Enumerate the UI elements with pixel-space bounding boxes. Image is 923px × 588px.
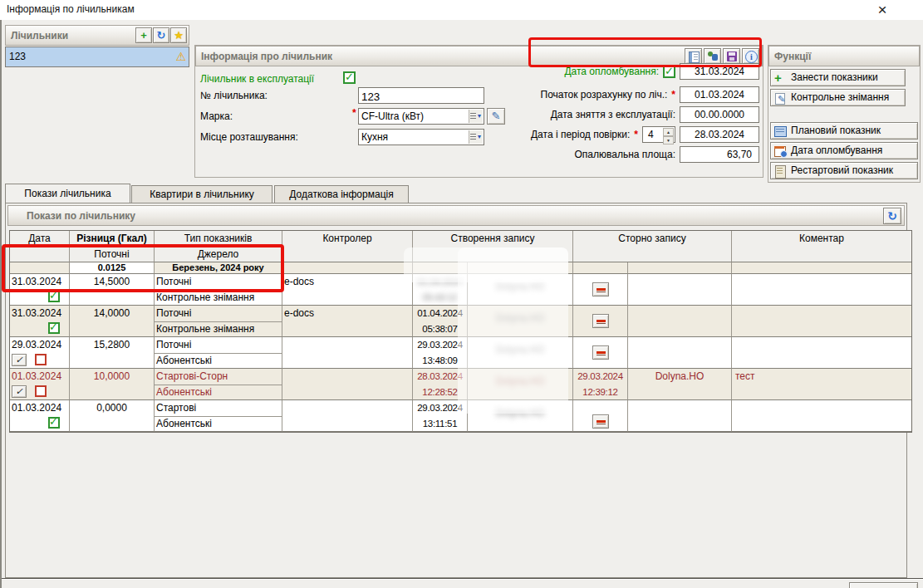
cell-type: СтартовіАбонентські: [155, 400, 282, 432]
storno-user: Dolyna.HO: [628, 369, 731, 385]
cell-comment: [732, 306, 911, 337]
stepper-down-icon[interactable]: ▼: [663, 136, 674, 145]
seal-date-label: Дата опломбування:: [564, 66, 659, 77]
planned-reading-button[interactable]: Плановий показник: [770, 122, 918, 140]
confirmed-checkbox[interactable]: [48, 322, 60, 334]
confirm-reading-button[interactable]: ✓: [12, 354, 27, 366]
unconfirmed-checkbox[interactable]: [35, 354, 47, 365]
refresh-meters-button[interactable]: ↻: [153, 27, 169, 43]
confirmed-checkbox[interactable]: [48, 417, 60, 429]
in-service-label: Лічильник в експлуатації: [200, 73, 314, 85]
cell-controller: [282, 369, 413, 400]
reading-source: Абонентські: [155, 416, 282, 432]
cell-storno-user: [628, 400, 732, 432]
cell-controller: [282, 337, 413, 369]
removal-date-row: Дата зняття з експлуатації: 00.00.0000: [478, 106, 759, 123]
heated-area-input[interactable]: 63,70: [680, 146, 759, 163]
favorites-button[interactable]: ★: [170, 27, 187, 43]
cell-storno-datetime: [573, 337, 628, 369]
restart-reading-button[interactable]: Рестартовий показник: [770, 162, 918, 179]
storno-time: 12:39:12: [573, 385, 627, 400]
cell-comment: [732, 337, 911, 369]
col-header-date[interactable]: Дата: [10, 231, 70, 262]
clock-icon: [780, 150, 788, 158]
cell-date[interactable]: 01.03.2024: [10, 400, 70, 432]
col-header-comment[interactable]: Коментар: [732, 231, 911, 262]
storno-button[interactable]: [592, 314, 609, 328]
seal-date-icon: [774, 145, 787, 157]
warning-icon: ⚠: [175, 47, 186, 66]
dialog-body: Лічильники + ↻ ★ 123 ⚠ Інформація про лі…: [0, 20, 923, 588]
calc-start-required-marker: *: [671, 89, 675, 100]
confirmed-checkbox[interactable]: [48, 291, 60, 302]
seal-date-checkbox[interactable]: [663, 66, 675, 78]
tab-3[interactable]: Додаткова інформація: [274, 185, 409, 203]
storno-button[interactable]: [592, 282, 609, 296]
refresh-readings-button[interactable]: ↻: [883, 208, 901, 224]
storno-button[interactable]: [592, 345, 609, 360]
cell-storno-datetime: 29.03.202412:39:12: [573, 369, 628, 400]
meter-info-window: Інформація по лічильникам × Лічильники +…: [0, 0, 923, 588]
col-header-type[interactable]: Тип показників: [155, 231, 282, 247]
verify-date-input[interactable]: 28.03.2024: [680, 126, 759, 143]
cell-date[interactable]: 31.03.2024: [10, 306, 70, 337]
reading-source: Контрольне знімання: [155, 321, 282, 337]
cell-date[interactable]: 29.03.2024✓: [10, 337, 70, 369]
meter-info-title: Інформація про лічильник: [201, 51, 332, 62]
confirm-reading-button[interactable]: ✓: [12, 385, 27, 398]
control-reading-button[interactable]: Контрольне знімання: [770, 89, 906, 106]
cell-type: Стартові-СторнАбонентські: [155, 369, 282, 400]
reading-date: 29.03.2024: [10, 337, 69, 353]
seal-date-input[interactable]: 31.03.2024: [680, 63, 759, 80]
reading-value: 14,0000: [70, 306, 154, 321]
tab-2[interactable]: Квартири в лічильнику: [131, 185, 272, 203]
add-button[interactable]: +Занести показники: [770, 69, 906, 86]
brand-combobox[interactable]: CF-Ultra (кВт) ▼: [358, 108, 484, 125]
brand-value: CF-Ultra (кВт): [361, 110, 424, 122]
cell-comment: тест: [732, 369, 911, 400]
in-service-checkbox[interactable]: [343, 71, 356, 84]
col-subheader-source[interactable]: Джерело: [155, 247, 282, 262]
verify-period-value: 4: [648, 129, 654, 140]
star-icon: ★: [174, 29, 184, 42]
refresh-icon: ↻: [157, 29, 166, 42]
tab-1[interactable]: Покази лічильника: [5, 184, 130, 203]
cell-storno-user: Dolyna.HO: [628, 369, 732, 400]
location-combobox[interactable]: Кухня ▼: [358, 129, 484, 145]
add-meter-button[interactable]: +: [135, 27, 152, 43]
verify-period-stepper[interactable]: 4▲▼: [642, 126, 675, 143]
reading-type: Поточні: [155, 274, 282, 290]
col-subheader-current[interactable]: Поточні: [70, 247, 155, 262]
meters-list: 123 ⚠: [5, 47, 189, 67]
info-button[interactable]: i: [742, 48, 759, 64]
meter-list-item[interactable]: 123 ⚠: [6, 47, 189, 66]
meters-panel-title: Лічильники: [11, 30, 68, 42]
calc-start-input[interactable]: 01.03.2024: [680, 86, 759, 103]
stepper-up-icon[interactable]: ▲: [663, 128, 674, 136]
brand-required-marker: *: [352, 107, 356, 119]
reading-value: 0,0000: [70, 400, 154, 416]
journal-button[interactable]: [685, 48, 702, 64]
close-dialog-button[interactable]: Закрити: [849, 582, 918, 588]
save-button[interactable]: [723, 48, 740, 64]
verify-date-label: Дата і період повірки:: [531, 129, 630, 140]
cell-date[interactable]: 01.03.2024✓: [10, 369, 70, 400]
meters-panel-header: Лічильники + ↻ ★: [5, 25, 189, 46]
removal-date-input[interactable]: 00.00.0000: [680, 106, 759, 123]
close-icon[interactable]: ×: [873, 1, 891, 19]
created-time: 13:11:51: [413, 416, 467, 432]
meter-number-label: № лічильника:: [200, 90, 268, 101]
col-header-storno[interactable]: Сторно запису: [573, 231, 732, 262]
cell-date[interactable]: 31.03.2024: [10, 274, 70, 306]
seal-date-button[interactable]: Дата опломбування: [770, 142, 918, 159]
group-row-value: 0.0125: [70, 262, 155, 274]
storno-button[interactable]: [592, 414, 609, 429]
unconfirmed-checkbox[interactable]: [35, 385, 47, 397]
reading-type: Стартові-Сторн: [155, 369, 282, 385]
col-header-diff[interactable]: Різниця (Гкал): [70, 231, 155, 247]
col-header-controller[interactable]: Контролер: [282, 231, 413, 262]
info-icon: i: [745, 51, 758, 63]
cell-difference: 0,0000: [70, 400, 155, 432]
meter-number-input[interactable]: [358, 87, 484, 104]
users-button[interactable]: [704, 48, 721, 64]
